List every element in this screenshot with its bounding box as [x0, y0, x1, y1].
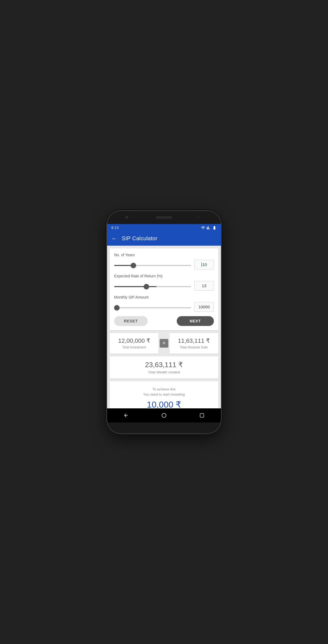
- nav-recent-button[interactable]: [197, 411, 207, 420]
- years-slider-row: 10: [114, 260, 214, 270]
- nav-bar: [107, 408, 221, 422]
- nav-home-button[interactable]: [159, 411, 169, 420]
- total-gain-label: Total Absolute Gain: [180, 345, 208, 349]
- total-investment-card: 12,00,000 ₹ Total Investment: [110, 333, 159, 354]
- wifi-icon: [201, 226, 205, 230]
- plus-icon: +: [160, 339, 168, 348]
- years-slider[interactable]: [114, 265, 191, 266]
- app-title: SIP Calculator: [122, 235, 157, 242]
- achieve-amount: 10,000 ₹: [147, 399, 181, 408]
- total-wealth-card: 23,63,111 ₹ Total Wealth created: [110, 356, 218, 379]
- total-gain-card: 11,63,111 ₹ Total Absolute Gain: [169, 333, 218, 354]
- status-time: 6:13: [111, 226, 119, 230]
- main-content[interactable]: No. of Years 10 Expected Rate of Return …: [107, 246, 221, 408]
- speaker-grill: [156, 216, 172, 219]
- achieve-text: To achieve this You need to start Invest…: [143, 387, 185, 397]
- phone-bottom: [107, 422, 221, 433]
- sensor-dot: [198, 216, 199, 218]
- sip-value-box: 10000: [194, 302, 214, 312]
- years-slider-wrap: [114, 262, 191, 267]
- calculator-card: No. of Years 10 Expected Rate of Return …: [110, 248, 218, 330]
- achieve-card: To achieve this You need to start Invest…: [110, 381, 218, 408]
- battery-icon: [212, 226, 217, 230]
- back-triangle-icon: [123, 413, 129, 418]
- sip-slider-row: 10000: [114, 302, 214, 312]
- app-bar: ← SIP Calculator: [107, 232, 221, 246]
- years-value-box: 10: [194, 260, 214, 270]
- return-slider-wrap: [114, 283, 191, 288]
- status-icons: [201, 226, 217, 230]
- return-slider-row: 13: [114, 281, 214, 291]
- return-label: Expected Rate of Return (%): [114, 274, 214, 278]
- total-investment-amount: 12,00,000 ₹: [118, 337, 150, 344]
- svg-rect-1: [200, 414, 204, 417]
- svg-point-0: [162, 413, 166, 417]
- return-slider[interactable]: [114, 286, 191, 287]
- next-button[interactable]: NEXT: [177, 316, 214, 326]
- results-row: 12,00,000 ₹ Total Investment + 11,63,111…: [110, 333, 218, 354]
- sip-slider[interactable]: [114, 307, 191, 308]
- camera-dot: [126, 216, 128, 219]
- back-button[interactable]: ←: [111, 236, 117, 242]
- plus-divider: +: [159, 333, 169, 354]
- return-value-box: 13: [194, 281, 214, 291]
- home-circle-icon: [161, 413, 167, 418]
- total-investment-label: Total Investment: [122, 345, 146, 349]
- total-wealth-label: Total Wealth created: [148, 370, 180, 374]
- recent-square-icon: [200, 413, 204, 418]
- total-gain-amount: 11,63,111 ₹: [178, 337, 210, 344]
- nav-back-button[interactable]: [121, 411, 131, 420]
- sip-label: Monthly SIP Amount: [114, 295, 214, 299]
- phone-screen: 6:13 ← SIP Calculator: [107, 224, 221, 422]
- phone-top-bar: [107, 211, 221, 224]
- phone-device: 6:13 ← SIP Calculator: [107, 211, 221, 433]
- buttons-row: RESET NEXT: [114, 316, 214, 326]
- reset-button[interactable]: RESET: [114, 316, 148, 326]
- total-wealth-amount: 23,63,111 ₹: [145, 361, 183, 369]
- sip-slider-wrap: [114, 305, 191, 309]
- signal-icon: [207, 226, 211, 230]
- years-label: No. of Years: [114, 253, 214, 257]
- status-bar: 6:13: [107, 224, 221, 232]
